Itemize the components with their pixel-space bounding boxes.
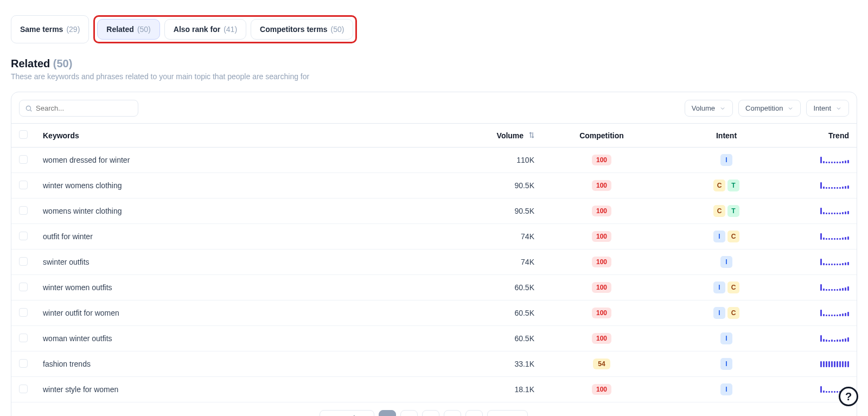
search-input[interactable] bbox=[36, 104, 132, 112]
cell-trend bbox=[792, 300, 857, 326]
search-box[interactable] bbox=[19, 100, 138, 117]
intent-badge: T bbox=[727, 205, 739, 217]
search-icon bbox=[25, 105, 33, 112]
pagination: Previous12345Next bbox=[320, 410, 527, 416]
competition-badge: 100 bbox=[592, 206, 611, 216]
cell-trend bbox=[792, 173, 857, 199]
intent-badge: C bbox=[727, 231, 739, 242]
cell-competition: 100 bbox=[542, 148, 661, 173]
col-volume[interactable]: Volume bbox=[461, 124, 542, 148]
row-checkbox[interactable] bbox=[19, 308, 28, 317]
col-competition[interactable]: Competition bbox=[542, 124, 661, 148]
panel-toolbar: VolumeCompetitionIntent bbox=[11, 92, 857, 123]
row-checkbox[interactable] bbox=[19, 283, 28, 291]
section-title-label: Related bbox=[11, 57, 50, 69]
filter-competition[interactable]: Competition bbox=[738, 100, 801, 117]
sort-icon bbox=[529, 132, 534, 138]
cell-competition: 100 bbox=[542, 275, 661, 300]
competition-badge: 100 bbox=[592, 308, 611, 318]
trend-sparkline bbox=[820, 334, 849, 342]
competition-badge: 100 bbox=[592, 231, 611, 242]
section-description: These are keywords and phrases related t… bbox=[11, 72, 857, 81]
row-checkbox[interactable] bbox=[19, 257, 28, 266]
cell-volume: 33.1K bbox=[461, 351, 542, 377]
col-trend-label: Trend bbox=[828, 131, 849, 140]
select-all-checkbox[interactable] bbox=[19, 130, 28, 139]
cell-competition: 100 bbox=[542, 326, 661, 351]
intent-badge: I bbox=[713, 307, 725, 319]
col-keywords-label: Keywords bbox=[43, 131, 79, 140]
tab-related[interactable]: Related(50) bbox=[97, 19, 159, 40]
page-1[interactable]: 1 bbox=[379, 410, 396, 416]
section-header: Related (50) These are keywords and phra… bbox=[11, 57, 857, 81]
cell-keyword: women dressed for winter bbox=[35, 148, 461, 173]
tab-also-rank-for[interactable]: Also rank for(41) bbox=[164, 19, 246, 40]
table-body: women dressed for winter110K100Iwinter w… bbox=[11, 148, 857, 402]
row-checkbox[interactable] bbox=[19, 359, 28, 368]
row-checkbox[interactable] bbox=[19, 206, 28, 215]
cell-competition: 100 bbox=[542, 377, 661, 402]
page-3[interactable]: 3 bbox=[422, 410, 439, 416]
col-volume-label: Volume bbox=[497, 131, 524, 140]
cell-intent: IC bbox=[661, 275, 792, 300]
tab-competitors-terms[interactable]: Competitors terms(50) bbox=[251, 19, 353, 40]
cell-competition: 100 bbox=[542, 300, 661, 326]
cell-volume: 110K bbox=[461, 148, 542, 173]
chevron-down-icon bbox=[787, 105, 794, 112]
cell-intent: IC bbox=[661, 300, 792, 326]
filter-volume[interactable]: Volume bbox=[685, 100, 733, 117]
intent-badge: I bbox=[713, 231, 725, 242]
trend-sparkline bbox=[820, 181, 849, 189]
trend-sparkline bbox=[820, 360, 849, 367]
page-2[interactable]: 2 bbox=[400, 410, 418, 416]
row-checkbox[interactable] bbox=[19, 155, 28, 164]
section-title: Related (50) bbox=[11, 57, 857, 70]
next-button[interactable]: Next bbox=[487, 410, 528, 416]
tab-label: Same terms bbox=[20, 25, 63, 34]
competition-badge: 100 bbox=[592, 333, 611, 344]
competition-badge: 54 bbox=[593, 359, 610, 369]
tabs-row: Same terms(29)Related(50)Also rank for(4… bbox=[11, 15, 857, 43]
cell-competition: 100 bbox=[542, 249, 661, 275]
chevron-down-icon bbox=[835, 105, 842, 112]
tab-label: Competitors terms bbox=[260, 25, 327, 34]
col-competition-label: Competition bbox=[579, 131, 624, 140]
cell-trend bbox=[792, 199, 857, 224]
prev-button[interactable]: Previous bbox=[320, 410, 374, 416]
highlight-box: Related(50)Also rank for(41)Competitors … bbox=[93, 15, 357, 43]
trend-sparkline bbox=[820, 156, 849, 163]
cell-keyword: winter outfit for women bbox=[35, 300, 461, 326]
intent-badge: C bbox=[727, 307, 739, 319]
svg-line-1 bbox=[30, 110, 32, 111]
row-checkbox[interactable] bbox=[19, 385, 28, 393]
cell-keyword: winter women outfits bbox=[35, 275, 461, 300]
keywords-table: Keywords Volume Competition Intent Trend… bbox=[11, 123, 857, 402]
cell-trend bbox=[792, 326, 857, 351]
cell-volume: 18.1K bbox=[461, 377, 542, 402]
table-row: women dressed for winter110K100I bbox=[11, 148, 857, 173]
page-4[interactable]: 4 bbox=[444, 410, 461, 416]
cell-keyword: womens winter clothing bbox=[35, 199, 461, 224]
cell-competition: 54 bbox=[542, 351, 661, 377]
col-trend[interactable]: Trend bbox=[792, 124, 857, 148]
col-intent-label: Intent bbox=[716, 131, 737, 140]
row-checkbox[interactable] bbox=[19, 334, 28, 342]
cell-intent: IC bbox=[661, 224, 792, 249]
filter-intent[interactable]: Intent bbox=[806, 100, 849, 117]
help-icon: ? bbox=[845, 391, 852, 403]
trend-sparkline bbox=[820, 207, 849, 214]
intent-badge: I bbox=[720, 383, 732, 395]
cell-keyword: winter womens clothing bbox=[35, 173, 461, 199]
row-checkbox[interactable] bbox=[19, 181, 28, 189]
col-keywords[interactable]: Keywords bbox=[35, 124, 461, 148]
cell-intent: I bbox=[661, 377, 792, 402]
cell-trend bbox=[792, 224, 857, 249]
cell-volume: 90.5K bbox=[461, 173, 542, 199]
col-intent[interactable]: Intent bbox=[661, 124, 792, 148]
row-checkbox[interactable] bbox=[19, 232, 28, 240]
cell-intent: CT bbox=[661, 173, 792, 199]
page-5[interactable]: 5 bbox=[465, 410, 483, 416]
cell-volume: 60.5K bbox=[461, 300, 542, 326]
help-button[interactable]: ? bbox=[839, 387, 858, 406]
tab-same-terms[interactable]: Same terms(29) bbox=[11, 15, 89, 43]
